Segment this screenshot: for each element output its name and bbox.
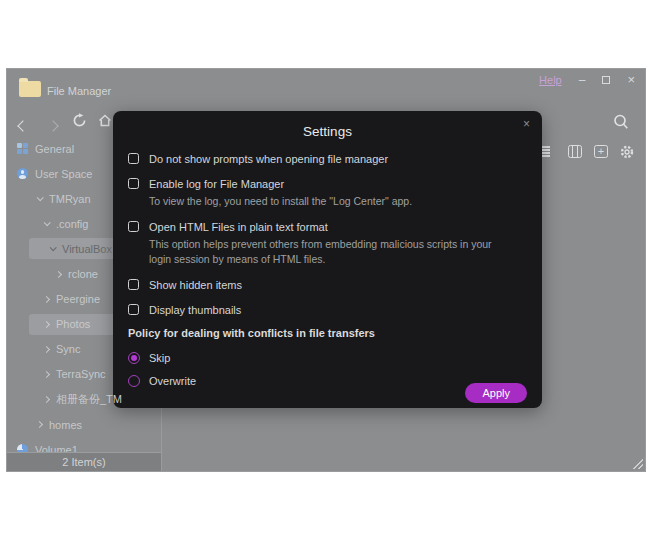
disk-icon xyxy=(17,444,28,452)
checkbox[interactable] xyxy=(128,178,139,189)
apply-button[interactable]: Apply xyxy=(465,383,527,403)
user-icon xyxy=(17,168,28,179)
radio-label: Skip xyxy=(149,352,170,364)
app-folder-icon xyxy=(19,81,41,97)
sidebar-item-label: Peergine xyxy=(56,293,100,305)
checkbox[interactable] xyxy=(128,221,139,232)
checkbox[interactable] xyxy=(128,153,139,164)
settings-option-row: Enable log for File Manager xyxy=(128,176,527,191)
radio-button[interactable] xyxy=(128,375,140,387)
status-bar: 2 Item(s) xyxy=(7,452,161,471)
checkbox-label: Open HTML Files in plain text format xyxy=(149,221,328,233)
search-icon[interactable] xyxy=(611,112,631,132)
column-view-icon[interactable] xyxy=(568,145,582,158)
chevron-right-icon[interactable] xyxy=(43,371,50,378)
sidebar-item-label: TerraSync xyxy=(56,368,106,380)
grid-icon xyxy=(17,143,28,154)
resize-handle[interactable] xyxy=(630,456,643,469)
sidebar-item-label: Sync xyxy=(56,343,80,355)
settings-dialog: Settings × Do not show prompts when open… xyxy=(113,111,542,408)
checkbox-label: Show hidden items xyxy=(149,279,242,291)
option-note: To view the log, you need to install the… xyxy=(149,194,504,209)
chevron-down-icon[interactable] xyxy=(44,220,51,227)
checkbox-label: Enable log for File Manager xyxy=(149,178,284,190)
item-count: 2 Item(s) xyxy=(62,456,105,468)
settings-option-row: Do not show prompts when opening file ma… xyxy=(128,151,527,166)
chevron-right-icon[interactable] xyxy=(43,346,50,353)
sidebar-item-label: rclone xyxy=(68,268,98,280)
radio-label: Overwrite xyxy=(149,375,196,387)
sidebar-item-label: VirtualBox xyxy=(62,243,112,255)
gear-icon[interactable] xyxy=(619,144,635,160)
chevron-down-icon[interactable] xyxy=(50,245,57,252)
minimize-icon[interactable]: – xyxy=(579,75,586,85)
dialog-close-icon[interactable]: × xyxy=(523,117,530,131)
sidebar-item-homes[interactable]: homes xyxy=(7,412,161,437)
chevron-right-icon[interactable] xyxy=(43,321,50,328)
policy-heading: Policy for dealing with conflicts in fil… xyxy=(128,327,527,342)
close-icon[interactable]: × xyxy=(627,75,635,85)
policy-option-row: Skip xyxy=(128,350,527,365)
sidebar-item-label: Volume1 xyxy=(35,444,78,452)
refresh-icon[interactable] xyxy=(71,112,88,129)
titlebar: File Manager Help – × xyxy=(7,69,645,109)
sidebar-item-label: Photos xyxy=(56,318,90,330)
back-button[interactable] xyxy=(19,116,27,134)
sidebar-item-label: homes xyxy=(49,419,82,431)
checkbox-label: Do not show prompts when opening file ma… xyxy=(149,153,388,165)
sidebar-item-label: General xyxy=(35,143,74,155)
sidebar-item-volume1[interactable]: Volume1 xyxy=(7,437,161,452)
checkbox[interactable] xyxy=(128,279,139,290)
chevron-down-icon[interactable] xyxy=(37,194,44,201)
dialog-title: Settings xyxy=(113,111,542,145)
sidebar-item-label: 相册备份_TM xyxy=(56,392,122,407)
forward-button[interactable] xyxy=(49,116,57,134)
radio-button[interactable] xyxy=(128,352,140,364)
chevron-right-icon[interactable] xyxy=(43,396,50,403)
file-manager-window: File Manager Help – × xyxy=(6,68,646,472)
maximize-icon[interactable] xyxy=(602,76,610,84)
help-link[interactable]: Help xyxy=(539,74,562,86)
settings-option-row: Display thumbnails xyxy=(128,302,527,317)
checkbox-label: Display thumbnails xyxy=(149,304,241,316)
home-icon[interactable] xyxy=(97,113,113,128)
window-title: File Manager xyxy=(47,85,111,97)
settings-option-row: Show hidden items xyxy=(128,277,527,292)
chevron-right-icon[interactable] xyxy=(43,296,50,303)
settings-option-row: Open HTML Files in plain text format xyxy=(128,219,527,234)
new-folder-icon[interactable]: + xyxy=(594,145,608,158)
sidebar-item-label: User Space xyxy=(35,168,92,180)
chevron-right-icon[interactable] xyxy=(36,421,43,428)
chevron-right-icon[interactable] xyxy=(55,270,62,277)
sidebar-item-label: TMRyan xyxy=(49,193,91,205)
checkbox[interactable] xyxy=(128,304,139,315)
sidebar-item-label: .config xyxy=(56,218,88,230)
option-note: This option helps prevent others from em… xyxy=(149,237,504,267)
